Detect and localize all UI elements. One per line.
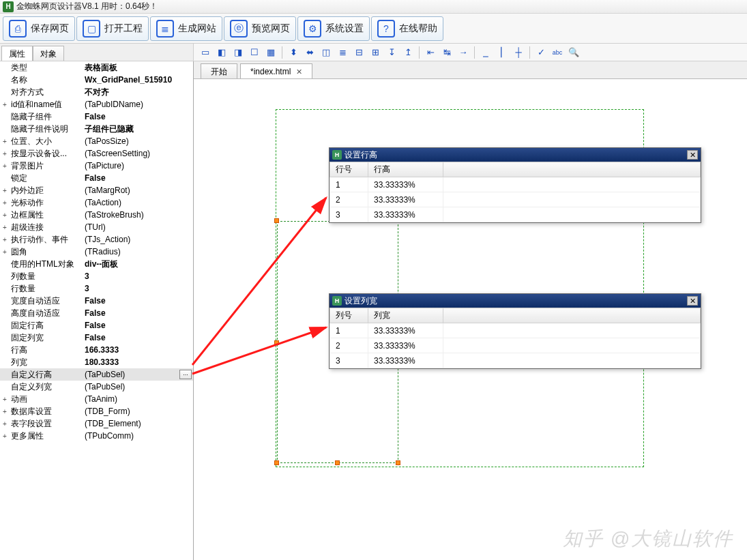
expand-icon[interactable]: + <box>0 211 10 219</box>
expand-icon[interactable]: + <box>0 396 10 403</box>
tab-objects[interactable]: 对象 <box>33 46 64 61</box>
property-row[interactable]: 行数量3 <box>0 282 193 295</box>
property-row[interactable]: 列宽180.3333 <box>0 356 193 368</box>
tool-icon-10[interactable]: ⊟ <box>351 45 366 60</box>
expand-icon[interactable]: + <box>0 199 10 207</box>
property-row[interactable]: +圆角(TRadius) <box>0 246 193 258</box>
property-row[interactable]: +id值和name值(TaPubIDName) <box>0 98 193 110</box>
table-row[interactable]: 333.33333% <box>330 353 701 368</box>
property-value-cell[interactable]: (TaStrokeBrush) <box>82 210 193 220</box>
tool-icon-13[interactable]: ↥ <box>400 45 415 60</box>
tool-icon-18[interactable]: ⎢ <box>495 45 510 60</box>
build-site-button[interactable]: ≣生成网站 <box>150 16 222 41</box>
resize-handle[interactable] <box>335 460 340 465</box>
expand-icon[interactable]: + <box>0 236 10 244</box>
col-col-number[interactable]: 列号 <box>330 308 368 323</box>
property-value-cell[interactable]: (TaAction) <box>82 198 193 207</box>
property-row[interactable]: +背景图片(TaPicture) <box>0 160 193 172</box>
property-value-cell[interactable]: False <box>82 173 193 183</box>
close-icon[interactable]: ✕ <box>296 64 302 79</box>
property-row[interactable]: 宽度自动适应False <box>0 295 193 307</box>
property-row[interactable]: +数据库设置(TDB_Form) <box>0 405 193 417</box>
property-value-cell[interactable]: (TaScreenSetting) <box>82 149 193 158</box>
tool-icon-9[interactable]: ≣ <box>335 45 350 60</box>
table-row[interactable]: 133.33333% <box>330 177 701 192</box>
tool-icon-22[interactable]: 🔍 <box>566 45 581 60</box>
preview-button[interactable]: ⓔ预览网页 <box>224 16 296 41</box>
row-height-table[interactable]: 行号 行高 133.33333%233.33333%333.33333% <box>329 162 701 222</box>
cell-value[interactable]: 33.33333% <box>368 353 443 368</box>
popup-row-height-titlebar[interactable]: H 设置行高 ✕ <box>329 148 701 162</box>
tool-icon-8[interactable]: ◫ <box>319 45 334 60</box>
save-page-button[interactable]: ⎙保存网页 <box>3 16 75 41</box>
cell-index[interactable]: 3 <box>330 207 368 222</box>
property-row[interactable]: 隐藏子组件说明子组件已隐藏 <box>0 123 193 135</box>
help-button[interactable]: ?在线帮助 <box>371 16 443 41</box>
resize-handle[interactable] <box>274 218 279 223</box>
property-row[interactable]: +表字段设置(TDB_Element) <box>0 417 193 430</box>
expand-icon[interactable]: + <box>0 224 10 231</box>
doc-tab-start[interactable]: 开始 <box>201 63 237 78</box>
property-value-cell[interactable]: False <box>82 112 193 121</box>
table-row[interactable]: 333.33333% <box>330 207 701 222</box>
property-value-cell[interactable]: 180.3333 <box>82 357 193 367</box>
property-value-cell[interactable]: (TaPubSel) <box>82 382 193 392</box>
property-row[interactable]: +动画(TaAnim) <box>0 393 193 405</box>
tool-icon-11[interactable]: ⊞ <box>368 45 383 60</box>
tool-icon-19[interactable]: ┼ <box>511 45 526 60</box>
property-row[interactable]: 名称Wx_GridPanel_515910 <box>0 74 193 86</box>
cell-index[interactable]: 2 <box>330 338 368 353</box>
property-row[interactable]: +内外边距(TaMargRot) <box>0 184 193 196</box>
property-row[interactable]: 锁定False <box>0 172 193 184</box>
property-value-cell[interactable]: (TaPubSel)··· <box>82 370 193 379</box>
tab-properties[interactable]: 属性 <box>1 46 33 61</box>
property-row[interactable]: +按显示设备设...(TaScreenSetting) <box>0 147 193 160</box>
resize-handle[interactable] <box>396 460 400 465</box>
expand-icon[interactable]: + <box>0 420 10 428</box>
cell-index[interactable]: 1 <box>330 177 368 192</box>
property-value-cell[interactable]: (TRadius) <box>82 247 193 256</box>
cell-value[interactable]: 33.33333% <box>368 207 443 222</box>
expand-icon[interactable]: + <box>0 101 10 108</box>
property-row[interactable]: +更多属性(TPubComm) <box>0 430 193 442</box>
property-value-cell[interactable]: (TDB_Form) <box>82 407 193 416</box>
popup-col-width-titlebar[interactable]: H 设置列宽 ✕ <box>329 294 701 308</box>
expand-icon[interactable]: + <box>0 138 10 145</box>
property-value-cell[interactable]: False <box>82 308 193 318</box>
popup-col-width[interactable]: H 设置列宽 ✕ 列号 列宽 133.33333%233.33333%333.3… <box>329 293 701 369</box>
property-value-cell[interactable]: 166.3333 <box>82 345 193 355</box>
property-value-cell[interactable]: 3 <box>82 284 193 293</box>
property-value-cell[interactable]: (TaPubIDName) <box>82 100 193 109</box>
tool-icon-4[interactable]: ☐ <box>247 45 262 60</box>
table-row[interactable]: 133.33333% <box>330 323 701 338</box>
property-value-cell[interactable]: Wx_GridPanel_515910 <box>82 75 193 85</box>
doc-tab-index[interactable]: *index.html✕ <box>240 63 312 78</box>
tool-icon-6[interactable]: ⬍ <box>286 45 301 60</box>
design-canvas[interactable]: H 设置行高 ✕ 行号 行高 133.33333%233.33333%333.3… <box>194 79 747 560</box>
property-value-cell[interactable]: (TaMargRot) <box>82 186 193 195</box>
property-row[interactable]: 对齐方式不对齐 <box>0 86 193 98</box>
expand-icon[interactable]: + <box>0 187 10 194</box>
cell-value[interactable]: 33.33333% <box>368 192 443 207</box>
property-row[interactable]: 固定列宽False <box>0 331 193 344</box>
property-value-cell[interactable]: (TaPicture) <box>82 161 193 171</box>
open-project-button[interactable]: ▢打开工程 <box>76 16 149 41</box>
tool-icon-1[interactable]: ▭ <box>198 45 213 60</box>
property-row[interactable]: 列数量3 <box>0 270 193 282</box>
property-value-cell[interactable]: (TDB_Element) <box>82 419 193 428</box>
cell-value[interactable]: 33.33333% <box>368 338 443 353</box>
property-row[interactable]: 自定义行高(TaPubSel)··· <box>0 368 193 381</box>
col-row-height[interactable]: 行高 <box>368 162 443 177</box>
property-value-cell[interactable]: (TaPosSize) <box>82 136 193 146</box>
tool-icon-3[interactable]: ◨ <box>231 45 246 60</box>
property-value-cell[interactable]: False <box>82 296 193 306</box>
property-row[interactable]: 行高166.3333 <box>0 344 193 356</box>
expand-icon[interactable]: + <box>0 248 10 256</box>
property-row[interactable]: +执行动作、事件(TJs_Action) <box>0 233 193 246</box>
cell-index[interactable]: 1 <box>330 323 368 338</box>
tool-icon-12[interactable]: ↧ <box>384 45 399 60</box>
col-col-width[interactable]: 列宽 <box>368 308 443 323</box>
table-row[interactable]: 233.33333% <box>330 338 701 353</box>
expand-icon[interactable]: + <box>0 408 10 415</box>
resize-handle[interactable] <box>274 460 279 465</box>
